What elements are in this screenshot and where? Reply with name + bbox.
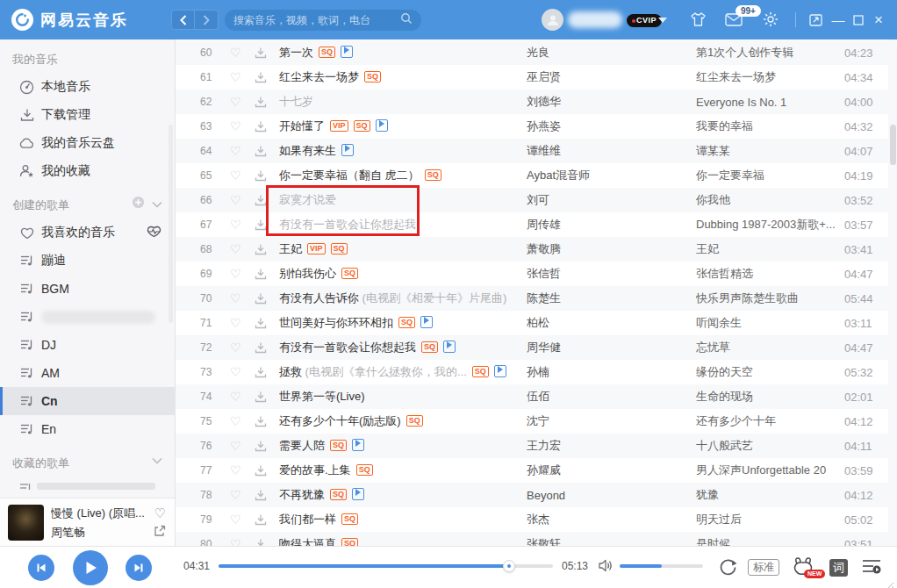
song-album[interactable]: 第1次个人创作专辑 <box>696 45 844 61</box>
collapse-collected-icon[interactable] <box>152 454 162 467</box>
sidebar-item-my-collection[interactable]: 我的收藏 <box>0 157 175 185</box>
like-icon[interactable]: ♡ <box>230 267 255 281</box>
song-artist[interactable]: 刘德华 <box>527 94 696 110</box>
mv-badge[interactable] <box>352 439 364 451</box>
song-row[interactable]: 66 ♡ 寂寞才说爱 刘可 你我他 03:52 <box>176 188 897 212</box>
download-icon[interactable] <box>255 71 279 83</box>
song-artist[interactable]: 张杰 <box>527 512 696 527</box>
song-album[interactable]: 犹豫 <box>696 487 844 503</box>
like-icon[interactable]: ♡ <box>230 46 255 60</box>
song-artist[interactable]: 张信哲 <box>527 266 696 282</box>
next-track-button[interactable] <box>126 555 152 581</box>
sidebar-playlist-item[interactable]: DJ <box>0 331 175 359</box>
song-album[interactable]: 你一定要幸福 <box>696 168 844 183</box>
song-artist[interactable]: 萧敬腾 <box>527 241 696 257</box>
song-title[interactable]: 寂寞才说爱 <box>279 192 527 208</box>
song-artist[interactable]: 伍佰 <box>527 389 696 405</box>
download-icon[interactable] <box>255 292 279 305</box>
song-album[interactable]: 红尘来去一场梦 <box>696 69 844 85</box>
like-icon[interactable]: ♡ <box>230 513 255 527</box>
close-button[interactable]: × <box>869 0 888 39</box>
user-menu-caret-icon[interactable] <box>658 18 667 23</box>
song-title[interactable]: 第一次SQ <box>279 45 527 61</box>
sidebar-playlist-item[interactable]: 我喜欢的音乐 <box>0 219 175 247</box>
list-scroll-track[interactable] <box>888 39 897 546</box>
unread-count-badge[interactable]: 99+ <box>736 5 761 17</box>
like-icon[interactable]: ♡ <box>230 291 255 305</box>
song-album[interactable]: Everyone Is No. 1 <box>696 96 844 109</box>
song-album[interactable]: 谭某某 <box>696 143 844 159</box>
download-icon[interactable] <box>255 366 279 378</box>
back-button[interactable] <box>171 10 195 30</box>
download-icon[interactable] <box>255 194 279 206</box>
song-album[interactable]: 王妃 <box>696 241 844 257</box>
mv-badge[interactable] <box>341 144 354 156</box>
share-icon[interactable] <box>154 525 166 541</box>
song-row[interactable]: 75 ♡ 还有多少个十年(励志版)SQ 沈宁 还有多少个十年 04:12 <box>176 409 897 434</box>
song-artist[interactable]: 光良 <box>527 45 696 61</box>
download-icon[interactable] <box>255 268 279 280</box>
quality-button[interactable]: 标准 <box>748 559 779 576</box>
song-row[interactable]: 69 ♡ 别怕我伤心SQ 张信哲 张信哲精选 04:47 <box>176 262 897 286</box>
song-row[interactable]: 71 ♡ 世间美好与你环环相扣SQ 柏松 听闻余生 03:11 <box>176 311 897 335</box>
app-logo[interactable]: 网易云音乐 <box>11 9 128 31</box>
forward-button[interactable] <box>195 10 219 30</box>
download-icon[interactable] <box>255 391 279 403</box>
song-title[interactable]: 有没有一首歌会让你想起我 <box>279 217 527 233</box>
play-button[interactable] <box>73 550 108 585</box>
like-icon[interactable]: ♡ <box>230 390 255 404</box>
like-icon[interactable]: ♡ <box>230 341 255 355</box>
download-icon[interactable] <box>255 513 279 526</box>
minimize-button[interactable]: — <box>829 0 848 39</box>
song-title[interactable]: 世间美好与你环环相扣SQ <box>279 315 527 331</box>
theme-skin-icon[interactable] <box>690 11 707 31</box>
song-title[interactable]: 还有多少个十年(励志版)SQ <box>279 413 527 429</box>
like-icon[interactable]: ♡ <box>230 169 255 183</box>
lyrics-button[interactable]: 词 <box>829 559 848 577</box>
song-row[interactable]: 79 ♡ 我们都一样SQ 张杰 明天过后 05:02 <box>176 507 897 532</box>
song-album[interactable]: Dubbing 1987-2003新歌+... <box>696 217 844 233</box>
song-title[interactable]: 世界第一等(Live) <box>279 389 527 405</box>
song-row[interactable]: 61 ♡ 红尘来去一场梦SQ 巫启贤 红尘来去一场梦 04:34 <box>176 65 897 90</box>
song-album[interactable]: 缘份的天空 <box>696 364 844 380</box>
song-row[interactable]: 64 ♡ 如果有来生 谭维维 谭某某 04:07 <box>176 139 897 163</box>
download-icon[interactable] <box>255 243 279 255</box>
like-icon[interactable]: ♡ <box>230 439 255 453</box>
song-title[interactable]: 有没有一首歌会让你想起我SQ <box>279 340 527 355</box>
loop-mode-icon[interactable] <box>718 557 738 580</box>
like-icon[interactable]: ♡ <box>230 488 255 502</box>
sidebar-playlist-item[interactable]: En <box>0 415 175 443</box>
now-playing-artist[interactable]: 周笔畅 <box>51 525 139 541</box>
mini-mode-icon[interactable] <box>806 0 825 39</box>
like-icon[interactable]: ♡ <box>230 463 255 477</box>
user-avatar[interactable] <box>542 9 563 31</box>
download-icon[interactable] <box>255 317 279 329</box>
progress-thumb[interactable] <box>503 560 515 572</box>
sidebar-playlist-item[interactable]: 蹦迪 <box>0 247 175 275</box>
download-icon[interactable] <box>255 489 279 501</box>
song-artist[interactable]: 周华健 <box>527 340 696 355</box>
resize-handle[interactable] <box>886 577 894 585</box>
like-icon[interactable]: ♡ <box>230 537 255 546</box>
mv-badge[interactable] <box>420 316 433 328</box>
volume-icon[interactable] <box>599 558 614 577</box>
sidebar-item-local-music[interactable]: 本地音乐 <box>0 73 175 101</box>
song-title[interactable]: 需要人陪SQ <box>279 438 527 454</box>
song-artist[interactable]: 孙燕姿 <box>527 118 696 134</box>
song-title[interactable]: 王妃VIPSQ <box>279 241 527 257</box>
like-icon[interactable]: ♡ <box>230 218 255 232</box>
song-row[interactable]: 74 ♡ 世界第一等(Live) 伍佰 生命的现场 02:01 <box>176 384 897 409</box>
song-album[interactable]: 快乐男声陈楚生歌曲 <box>696 290 844 306</box>
now-playing-panel[interactable]: 慢慢 (Live) (原唱... 周笔畅 ♡ <box>0 498 176 546</box>
settings-gear-icon[interactable] <box>763 11 779 31</box>
mv-badge[interactable] <box>352 488 364 500</box>
previous-track-button[interactable] <box>28 555 54 581</box>
song-album[interactable]: 张信哲精选 <box>696 266 844 282</box>
song-row[interactable]: 70 ♡ 有没有人告诉你 (电视剧《相爱十年》片尾曲) 陈楚生 快乐男声陈楚生歌… <box>176 286 897 311</box>
like-icon[interactable]: ♡ <box>230 365 255 379</box>
song-artist[interactable]: 沈宁 <box>527 413 696 429</box>
song-artist[interactable]: 孙楠 <box>527 364 696 380</box>
play-queue-icon[interactable] <box>862 558 881 578</box>
song-title[interactable]: 爱的故事.上集SQ <box>279 463 527 478</box>
song-row[interactable]: 72 ♡ 有没有一首歌会让你想起我SQ 周华健 忘忧草 04:47 <box>176 335 897 360</box>
